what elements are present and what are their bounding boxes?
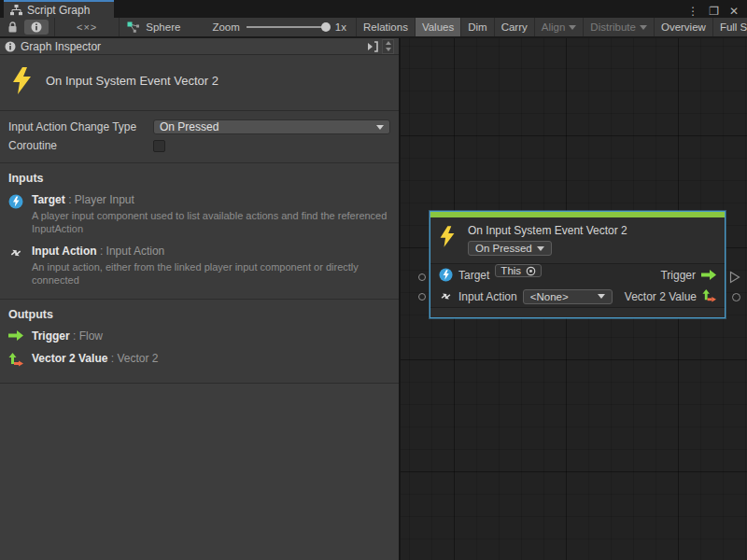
- port-label: Vector 2 Value: [625, 290, 697, 303]
- dropdown-value: On Pressed: [475, 243, 532, 254]
- spinner-down-icon[interactable]: [386, 48, 391, 51]
- separator: :: [107, 352, 117, 365]
- port-label: Trigger: [660, 269, 696, 282]
- kebab-menu-icon[interactable]: ⋮: [687, 5, 698, 18]
- port-name: Input Action: [32, 245, 97, 258]
- coroutine-checkbox[interactable]: [153, 140, 165, 152]
- toolbar-button-overview[interactable]: Overview: [655, 18, 713, 36]
- breadcrumb[interactable]: Sphere: [120, 18, 191, 36]
- node-header[interactable]: On Input System Event Vector 2 On Presse…: [430, 217, 725, 264]
- chevron-down-icon: [640, 25, 647, 30]
- toolbar-left-group: [0, 18, 55, 36]
- toolbar-button-relations[interactable]: Relations: [357, 18, 416, 36]
- inputs-header: Inputs: [8, 172, 390, 185]
- port-type: Flow: [79, 329, 103, 343]
- tab-label: Script Graph: [27, 4, 90, 17]
- info-icon: [31, 21, 42, 33]
- port-name: Trigger: [32, 329, 70, 343]
- graph-asset-icon: [127, 21, 140, 33]
- port-name: Target: [32, 193, 65, 206]
- inspector-empty-area: [0, 384, 399, 560]
- on-input-system-event-node[interactable]: On Input System Event Vector 2 On Presse…: [430, 211, 726, 318]
- flow-arrow-icon: [8, 330, 23, 341]
- object-picker-icon: [526, 266, 536, 276]
- lock-icon: [7, 21, 18, 34]
- spinner-up-icon[interactable]: [386, 41, 391, 45]
- input-action-icon: [439, 289, 453, 303]
- list-item: Trigger : Flow: [8, 329, 390, 343]
- toolbar-button-fullscreen[interactable]: Full Screen: [713, 18, 747, 36]
- graph-canvas[interactable]: On Input System Event Vector 2 On Presse…: [401, 38, 747, 560]
- input-action-icon: [8, 245, 23, 260]
- list-item: Input Action : Input Action An input act…: [8, 245, 390, 287]
- info-icon: [5, 41, 16, 52]
- button-label: Full Screen: [720, 21, 747, 33]
- script-graph-window: Script Graph ⋮ ❐ ✕: [0, 0, 747, 560]
- maximize-icon[interactable]: ❐: [709, 5, 719, 18]
- chevron-down-icon: [598, 294, 605, 299]
- list-item: Target : Player Input A player input com…: [8, 193, 390, 236]
- list-item: Vector 2 Value : Vector 2: [8, 352, 390, 371]
- lightning-icon: [439, 224, 456, 249]
- close-icon[interactable]: ✕: [729, 5, 739, 18]
- chevron-down-icon: [537, 246, 544, 251]
- port-description: An input action, either from the linked …: [32, 260, 388, 287]
- node-title: On Input System Event Vector 2: [468, 224, 627, 237]
- window-controls: ⋮ ❐ ✕: [679, 5, 747, 18]
- dropdown-value: On Pressed: [160, 120, 218, 133]
- port-name: Vector 2 Value: [32, 352, 107, 365]
- port-description: A player input component used to list av…: [32, 209, 388, 236]
- vector2-icon: [702, 289, 716, 303]
- zoom-label: Zoom: [212, 21, 239, 33]
- graph-inspector-panel: Graph Inspector On Input System Ev: [0, 38, 401, 560]
- node-port-row-target: Target This Trigger: [430, 264, 725, 286]
- vector2-port-socket[interactable]: [732, 293, 740, 301]
- inspector-toggle-button[interactable]: [24, 20, 49, 35]
- graph-name: Sphere: [146, 21, 180, 33]
- button-label: Dim: [468, 21, 486, 33]
- tab-script-graph[interactable]: Script Graph: [4, 0, 114, 18]
- button-label: Align: [542, 21, 566, 33]
- node-port-row-input-action: Input Action <None> Vector 2 Value: [430, 286, 725, 307]
- vector2-icon: [8, 353, 23, 368]
- button-label: Distribute: [590, 21, 636, 33]
- button-label: Values: [422, 21, 454, 33]
- field-change-type: Input Action Change Type On Pressed: [8, 118, 390, 136]
- zoom-slider-handle[interactable]: [321, 22, 331, 32]
- toolbar-button-carry[interactable]: Carry: [495, 18, 535, 36]
- node-body: Target This Trigger: [430, 264, 725, 307]
- panel-scroll-spinner[interactable]: [382, 39, 394, 54]
- inspected-node-title-block: On Input System Event Vector 2: [0, 55, 399, 111]
- separator: :: [70, 329, 79, 343]
- inspector-title: Graph Inspector: [21, 40, 101, 53]
- script-graph-icon: [10, 5, 22, 16]
- field-coroutine: Coroutine: [8, 136, 390, 155]
- toolbar-button-distribute[interactable]: Distribute: [584, 18, 655, 36]
- separator: :: [97, 245, 106, 258]
- input-action-dropdown[interactable]: <None>: [523, 289, 613, 304]
- inspected-node-title: On Input System Event Vector 2: [46, 74, 218, 88]
- input-action-port-socket[interactable]: [418, 293, 426, 301]
- dock-panel-icon[interactable]: [366, 41, 379, 52]
- code-preview-icon[interactable]: <×>: [55, 21, 119, 33]
- node-settings: Input Action Change Type On Pressed Coro…: [0, 111, 399, 163]
- port-label: Target: [458, 269, 489, 282]
- target-this-button[interactable]: This: [495, 264, 542, 277]
- button-label: Relations: [363, 21, 408, 33]
- lock-button[interactable]: [6, 21, 20, 34]
- target-port-socket[interactable]: [418, 273, 426, 281]
- port-type: Player Input: [75, 193, 134, 206]
- toolbar-button-values[interactable]: Values: [416, 18, 461, 36]
- node-footer: [430, 307, 725, 317]
- node-mode-dropdown[interactable]: On Pressed: [468, 241, 552, 256]
- separator: :: [65, 193, 75, 206]
- chevron-down-icon: [569, 25, 576, 30]
- flow-arrow-icon: [701, 270, 716, 280]
- trigger-port-socket[interactable]: [729, 271, 740, 284]
- toolbar-button-align[interactable]: Align: [535, 18, 585, 36]
- change-type-dropdown[interactable]: On Pressed: [153, 119, 390, 134]
- button-label: Carry: [501, 21, 528, 33]
- toolbar-button-dim[interactable]: Dim: [461, 18, 494, 36]
- zoom-slider[interactable]: [247, 26, 329, 28]
- field-label: Coroutine: [8, 139, 153, 152]
